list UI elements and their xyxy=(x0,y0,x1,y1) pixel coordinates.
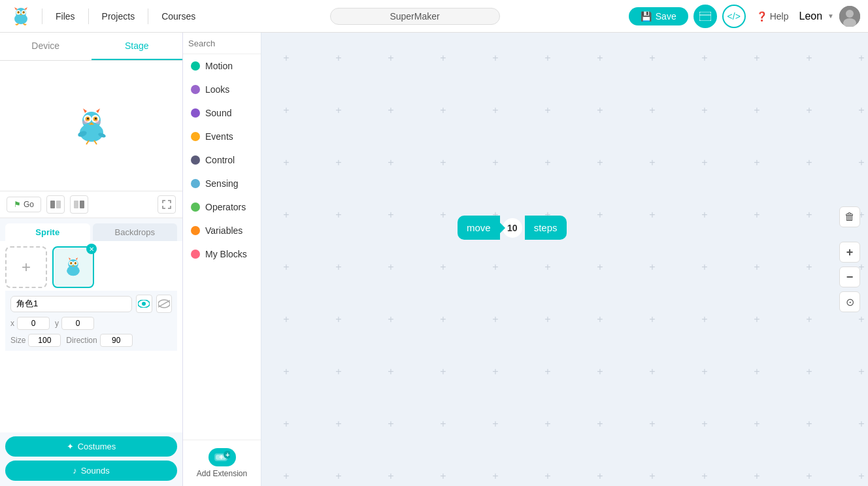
tab-stage[interactable]: Stage xyxy=(92,33,183,60)
sprite-name-row xyxy=(10,295,172,313)
save-disk-icon: 💾 xyxy=(641,11,652,22)
sprite-size-dir-row: Size Direction xyxy=(10,334,172,347)
layout-full-button[interactable] xyxy=(70,195,88,214)
sprite-properties: x y Size Direction xyxy=(5,291,177,351)
sprite-name-input[interactable] xyxy=(10,296,132,312)
category-label-my_blocks: My Blocks xyxy=(205,249,247,259)
sounds-label: Sounds xyxy=(81,466,110,476)
svg-text:+: + xyxy=(225,451,229,459)
svg-rect-37 xyxy=(80,201,84,208)
y-input[interactable] xyxy=(61,317,94,330)
save-button[interactable]: 💾 Save xyxy=(629,7,688,25)
left-panel: Device Stage xyxy=(0,33,183,486)
svg-point-50 xyxy=(142,302,146,306)
category-label-looks: Looks xyxy=(205,84,229,95)
help-button[interactable]: ❓ Help xyxy=(751,8,794,24)
trash-button[interactable]: 🗑 xyxy=(839,206,860,227)
zoom-out-icon: − xyxy=(846,270,854,284)
costumes-button[interactable]: ✦ Costumes xyxy=(5,436,177,457)
help-label: Help xyxy=(770,11,789,22)
go-label: Go xyxy=(24,200,34,209)
x-input[interactable] xyxy=(17,317,50,330)
sounds-button[interactable]: ♪ Sounds xyxy=(5,461,177,481)
svg-point-8 xyxy=(24,11,25,12)
tab-sprite[interactable]: Sprite xyxy=(5,223,90,241)
stage-preview xyxy=(0,61,182,191)
search-row: 🔍 xyxy=(183,33,261,54)
go-button[interactable]: ⚑ Go xyxy=(7,197,41,212)
category-looks[interactable]: Looks xyxy=(183,78,261,101)
x-coord-field: x xyxy=(10,317,50,330)
main-layout: Device Stage xyxy=(0,33,868,486)
flag-icon: ⚑ xyxy=(14,200,21,209)
search-input[interactable] xyxy=(188,39,261,48)
nav-files[interactable]: Files xyxy=(50,8,80,24)
svg-point-45 xyxy=(75,263,76,264)
stage-view-button[interactable] xyxy=(693,5,717,28)
nav-divider-1 xyxy=(42,8,42,24)
svg-point-7 xyxy=(18,11,20,12)
category-events[interactable]: Events xyxy=(183,125,261,148)
category-sensing[interactable]: Sensing xyxy=(183,172,261,195)
expand-stage-button[interactable] xyxy=(158,195,176,214)
trash-icon: 🗑 xyxy=(844,211,855,223)
zoom-out-button[interactable]: − xyxy=(839,267,860,287)
canvas-area[interactable]: + move 10 steps 🗑 + − xyxy=(261,33,868,486)
category-dot-variables xyxy=(191,226,200,235)
add-extension-icon: + + xyxy=(209,448,236,466)
category-motion[interactable]: Motion xyxy=(183,54,261,78)
svg-point-15 xyxy=(846,10,854,18)
code-block-move[interactable]: move 10 steps xyxy=(458,216,567,240)
costumes-label: Costumes xyxy=(78,442,116,451)
user-dropdown-icon: ▼ xyxy=(827,12,834,20)
project-name-input[interactable] xyxy=(330,8,500,25)
sprite-item[interactable]: ✕ xyxy=(52,246,94,288)
y-coord-field: y xyxy=(55,317,94,330)
nav-divider-2 xyxy=(88,8,89,24)
add-sprite-button[interactable]: + xyxy=(5,246,47,288)
x-label: x xyxy=(10,319,14,328)
category-label-control: Control xyxy=(205,155,235,165)
code-view-button[interactable]: </> xyxy=(722,5,746,28)
svg-marker-47 xyxy=(69,257,71,260)
top-nav: Files Projects Courses 💾 Save </> ❓ Help… xyxy=(0,0,868,33)
category-control[interactable]: Control xyxy=(183,148,261,172)
sprite-hide-button[interactable] xyxy=(156,295,173,313)
size-input[interactable] xyxy=(28,334,61,347)
sprite-show-button[interactable] xyxy=(136,295,152,313)
category-label-variables: Variables xyxy=(205,225,242,236)
zoom-in-icon: + xyxy=(846,246,854,259)
user-avatar xyxy=(839,6,860,27)
category-operators[interactable]: Operators xyxy=(183,195,261,219)
svg-point-44 xyxy=(71,263,72,264)
save-label: Save xyxy=(656,11,676,22)
svg-point-24 xyxy=(95,118,97,120)
category-dot-motion xyxy=(191,61,200,71)
layout-split-button[interactable] xyxy=(46,195,65,214)
direction-field: Direction xyxy=(66,334,132,347)
sprite-tabs: Sprite Backdrops xyxy=(0,218,182,241)
block-steps-value[interactable]: 10 xyxy=(503,218,522,238)
center-button[interactable]: ⊙ xyxy=(839,291,860,312)
tab-device[interactable]: Device xyxy=(0,33,92,60)
category-sound[interactable]: Sound xyxy=(183,101,261,125)
block-steps-label: steps xyxy=(525,216,567,240)
zoom-in-button[interactable]: + xyxy=(839,242,860,263)
category-my_blocks[interactable]: My Blocks xyxy=(183,242,261,266)
category-variables[interactable]: Variables xyxy=(183,219,261,242)
tab-backdrops[interactable]: Backdrops xyxy=(93,223,178,241)
user-area[interactable]: Leon ▼ xyxy=(799,6,861,27)
stage-preview-inner xyxy=(0,61,182,191)
category-label-sound: Sound xyxy=(205,108,231,118)
svg-rect-60 xyxy=(261,33,868,486)
svg-rect-36 xyxy=(74,201,78,208)
direction-input[interactable] xyxy=(100,334,133,347)
nav-courses[interactable]: Courses xyxy=(156,8,201,24)
sprite-remove-button[interactable]: ✕ xyxy=(86,244,97,254)
category-dot-control xyxy=(191,155,200,165)
nav-projects[interactable]: Projects xyxy=(97,8,141,24)
block-categories: MotionLooksSoundEventsControlSensingOper… xyxy=(183,54,261,266)
nav-divider-3 xyxy=(148,8,148,24)
category-dot-sensing xyxy=(191,179,200,188)
add-extension-button[interactable]: + + Add Extension xyxy=(183,440,261,486)
